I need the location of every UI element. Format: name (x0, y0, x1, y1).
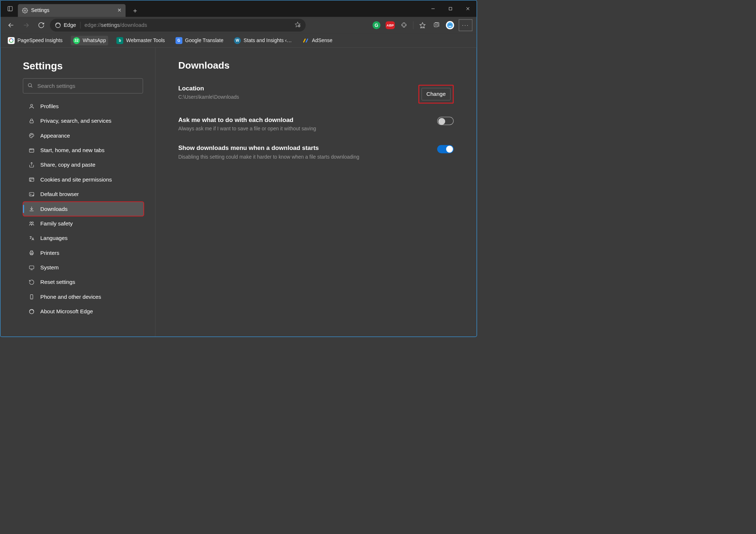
adblock-ext-icon[interactable]: ABP (384, 19, 397, 32)
window-close-button[interactable] (459, 2, 477, 15)
sidebar-heading: Settings (23, 60, 155, 72)
tab-actions-button[interactable] (4, 2, 16, 15)
nav-appearance[interactable]: Appearance (23, 128, 144, 143)
nav-label: Downloads (40, 206, 68, 212)
pagespeed-icon (8, 37, 15, 44)
svg-point-27 (30, 135, 31, 136)
show-menu-toggle[interactable] (437, 145, 454, 153)
share-icon (28, 162, 35, 168)
bookmark-label: Webmaster Tools (126, 37, 165, 43)
svg-point-21 (451, 24, 451, 25)
edge-logo-icon (28, 308, 35, 315)
url-text: edge://settings/downloads (85, 22, 290, 28)
nav-label: Reset settings (40, 279, 75, 286)
nav-label: Start, home, and new tabs (40, 147, 105, 154)
app-menu-button[interactable]: ··· (459, 19, 472, 31)
favorites-bar: PageSpeed Insights 32 WhatsApp b Webmast… (0, 33, 476, 48)
nav-default-browser[interactable]: Default browser (23, 187, 144, 201)
favorites-button[interactable] (416, 19, 429, 32)
adsense-icon (302, 37, 309, 44)
titlebar: Settings ✕ ＋ (0, 0, 476, 17)
bookmark-pagespeed[interactable]: PageSpeed Insights (5, 36, 65, 45)
ask-title: Ask me what to do with each download (178, 117, 437, 124)
nav-profiles[interactable]: Profiles (23, 99, 144, 114)
nav-phone[interactable]: Phone and other devices (23, 290, 144, 304)
back-button[interactable] (5, 19, 17, 32)
bookmark-whatsapp[interactable]: 32 WhatsApp (71, 36, 108, 45)
collections-button[interactable] (430, 19, 443, 32)
new-tab-button[interactable]: ＋ (130, 5, 140, 16)
profile-avatar[interactable] (444, 19, 456, 32)
svg-rect-30 (29, 149, 34, 152)
monitor-icon (28, 264, 35, 271)
minimize-button[interactable] (424, 2, 442, 15)
lock-icon (28, 118, 35, 124)
settings-search[interactable] (23, 78, 143, 94)
wordpress-icon: W (234, 37, 241, 44)
tab-title: Settings (31, 8, 114, 13)
nav-label: Profiles (40, 103, 58, 110)
svg-rect-26 (30, 121, 33, 123)
forward-button[interactable] (20, 19, 32, 32)
edge-icon (55, 22, 61, 28)
svg-rect-4 (449, 7, 452, 10)
nav-cookies[interactable]: Cookies and site permissions (23, 172, 144, 187)
addressbar[interactable]: Edge edge://settings/downloads (50, 19, 306, 32)
svg-rect-37 (29, 192, 34, 196)
content-area: Downloads Location C:\Users\kamle\Downlo… (155, 48, 477, 337)
change-button[interactable]: Change (422, 88, 451, 100)
nav-label: Default browser (40, 191, 79, 197)
refresh-button[interactable] (35, 19, 48, 32)
site-identity[interactable]: Edge (55, 22, 76, 28)
bookmark-label: WhatsApp (83, 37, 106, 43)
svg-point-35 (30, 180, 31, 181)
tab-settings[interactable]: Settings ✕ (18, 4, 126, 17)
svg-rect-45 (29, 266, 34, 269)
grammarly-ext-icon[interactable]: G (370, 19, 383, 32)
svg-point-2 (24, 10, 26, 11)
nav-printers[interactable]: Printers (23, 245, 144, 260)
bookmark-wordpress[interactable]: W Stats and Insights ‹… (232, 36, 294, 45)
nav-languages[interactable]: Languages (23, 231, 144, 245)
change-button-highlight: Change (418, 85, 454, 103)
nav-privacy[interactable]: Privacy, search, and services (23, 114, 144, 128)
phone-icon (28, 294, 35, 300)
favorite-star-icon[interactable] (294, 21, 300, 29)
whatsapp-icon: 32 (73, 37, 80, 44)
svg-marker-14 (420, 23, 425, 28)
bookmark-translate[interactable]: G Google Translate (173, 36, 226, 45)
toolbar-right: G ABP ··· (370, 19, 472, 32)
ask-sub: Always ask me if I want to save a file o… (178, 126, 437, 131)
nav-start[interactable]: Start, home, and new tabs (23, 143, 144, 158)
gear-icon (22, 8, 28, 13)
bookmark-adsense[interactable]: AdSense (300, 36, 334, 45)
settings-search-input[interactable] (37, 83, 139, 89)
divider (80, 22, 81, 29)
nav-downloads[interactable]: Downloads (23, 201, 144, 216)
svg-rect-0 (8, 7, 12, 11)
nav-family[interactable]: Family safety (23, 216, 144, 231)
setting-location: Location C:\Users\kamle\Downloads Change (178, 85, 454, 103)
show-menu-sub: Disabling this setting could make it har… (178, 154, 437, 160)
nav-label: Privacy, search, and services (40, 118, 111, 124)
settings-nav: Profiles Privacy, search, and services A… (23, 99, 155, 319)
close-tab-icon[interactable]: ✕ (117, 8, 121, 13)
nav-system[interactable]: System (23, 260, 144, 275)
nav-label: Languages (40, 235, 68, 241)
bookmark-label: Stats and Insights ‹… (244, 37, 292, 43)
nav-about[interactable]: About Microsoft Edge (23, 304, 144, 319)
nav-reset[interactable]: Reset settings (23, 275, 144, 289)
svg-point-25 (31, 104, 32, 106)
brand-label: Edge (64, 22, 76, 28)
nav-share[interactable]: Share, copy and paste (23, 158, 144, 172)
ask-toggle[interactable] (437, 117, 454, 125)
maximize-button[interactable] (442, 2, 459, 15)
profile-icon (28, 103, 35, 110)
bookmark-label: Google Translate (185, 37, 224, 43)
show-menu-title: Show downloads menu when a download star… (178, 144, 437, 152)
palette-icon (28, 133, 35, 139)
bookmark-webmaster[interactable]: b Webmaster Tools (114, 36, 167, 45)
extensions-icon[interactable] (398, 19, 410, 32)
bookmark-label: AdSense (312, 37, 332, 43)
svg-point-28 (31, 134, 31, 135)
